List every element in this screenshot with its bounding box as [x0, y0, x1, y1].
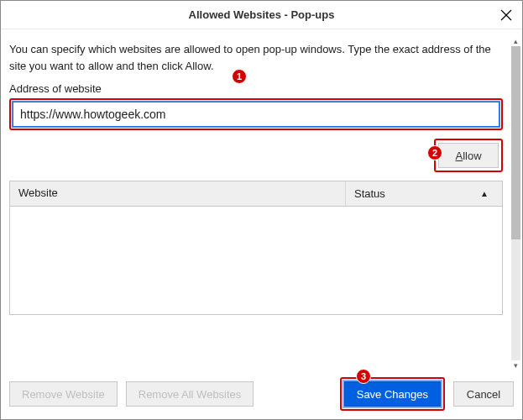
- table-header: Website Status ▲: [10, 181, 502, 207]
- scrollbar-down-icon[interactable]: ▾: [511, 360, 520, 370]
- close-button[interactable]: [497, 6, 515, 24]
- remove-all-button[interactable]: Remove All Websites: [126, 381, 254, 407]
- address-label-row: Address of website: [9, 82, 503, 95]
- address-label: Address of website: [9, 82, 102, 95]
- websites-table: Website Status ▲: [9, 181, 503, 315]
- sort-arrow-icon: ▲: [480, 189, 494, 198]
- dialog-titlebar: Allowed Websites - Pop-ups: [1, 1, 522, 29]
- save-highlight: Save Changes: [340, 377, 445, 411]
- cancel-button[interactable]: Cancel: [453, 381, 514, 407]
- dialog-content: You can specify which websites are allow…: [1, 29, 511, 360]
- close-icon: [500, 9, 512, 21]
- column-website[interactable]: Website: [10, 181, 346, 206]
- intro-text: You can specify which websites are allow…: [9, 41, 503, 74]
- annotation-badge-3: 3: [356, 369, 371, 384]
- address-input[interactable]: [13, 102, 499, 127]
- remove-website-button[interactable]: Remove Website: [9, 381, 118, 407]
- address-highlight: [9, 98, 503, 130]
- column-status[interactable]: Status ▲: [346, 181, 502, 206]
- annotation-badge-2: 2: [427, 145, 442, 160]
- annotation-badge-1: 1: [232, 69, 247, 84]
- save-changes-button[interactable]: Save Changes: [344, 381, 441, 407]
- allow-highlight: Allow: [434, 139, 503, 172]
- scrollbar[interactable]: ▴ ▾: [511, 38, 520, 369]
- column-status-label: Status: [354, 187, 385, 200]
- allow-button[interactable]: Allow: [438, 143, 499, 168]
- table-body-empty: [10, 207, 502, 314]
- scrollbar-up-icon[interactable]: ▴: [511, 36, 520, 46]
- scrollbar-thumb[interactable]: [511, 46, 520, 239]
- dialog-title: Allowed Websites - Pop-ups: [189, 8, 335, 21]
- footer-left: Remove Website Remove All Websites: [9, 381, 254, 407]
- dialog-footer: Remove Website Remove All Websites Save …: [9, 377, 514, 411]
